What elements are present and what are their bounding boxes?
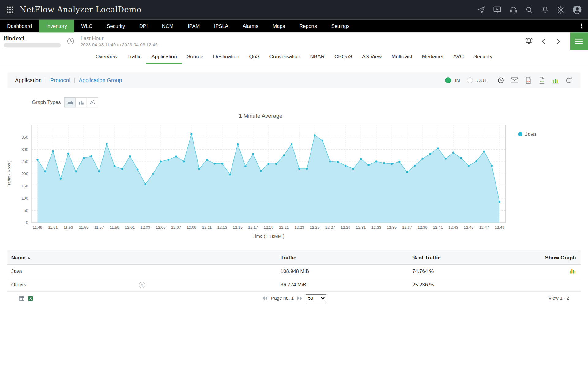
export-pdf-icon[interactable]: PDF <box>524 76 533 85</box>
svg-text:100: 100 <box>21 196 28 201</box>
svg-text:12:21: 12:21 <box>279 225 289 230</box>
view-protocol[interactable]: Protocol <box>50 77 70 83</box>
table-row: Java 108.948 MiB 74.764 % <box>7 265 580 278</box>
nav-item-ncm[interactable]: NCM <box>155 20 181 33</box>
first-page-icon[interactable] <box>262 296 268 301</box>
chart-legend[interactable]: Java <box>517 131 536 242</box>
table-header-row: Name Traffic % of Traffic Show Graph <box>7 251 580 265</box>
user-avatar[interactable] <box>572 5 582 15</box>
view-application[interactable]: Application <box>15 77 42 83</box>
svg-text:12:37: 12:37 <box>402 225 412 230</box>
svg-text:11:57: 11:57 <box>94 225 104 230</box>
svg-text:50: 50 <box>24 208 28 213</box>
chart-view-icon[interactable] <box>551 76 560 85</box>
row-pct: 25.236 % <box>409 282 529 288</box>
tab-nbar[interactable]: NBAR <box>305 50 330 64</box>
tab-avc[interactable]: AVC <box>448 50 469 64</box>
tab-conversation[interactable]: Conversation <box>265 50 305 64</box>
show-graph-icon[interactable] <box>569 267 576 275</box>
interface-title: IfIndex1 <box>4 35 61 41</box>
tab-multicast[interactable]: Multicast <box>386 50 417 64</box>
svg-text:150: 150 <box>21 184 28 188</box>
svg-text:12:13: 12:13 <box>217 225 227 230</box>
interface-subtitle-redacted <box>4 43 61 47</box>
interface-alerts-icon[interactable] <box>523 36 535 46</box>
svg-text:11:59: 11:59 <box>110 225 119 230</box>
report-tabs: Overview Traffic Application Source Dest… <box>0 50 588 64</box>
app-title: NetFlow Analyzer LocalDemo <box>20 5 141 14</box>
others-help-icon[interactable]: ? <box>139 282 145 288</box>
time-range-detail: 2023-04-03 11:49 to 2023-04-03 12:49 <box>81 42 157 47</box>
next-page-icon[interactable] <box>297 296 303 301</box>
panel-menu-button[interactable] <box>570 32 588 50</box>
view-application-group[interactable]: Application Group <box>79 77 122 83</box>
nav-item-wlc[interactable]: WLC <box>74 20 100 33</box>
nav-item-dashboard[interactable]: Dashboard <box>0 20 39 33</box>
page-size-select[interactable]: 50 <box>306 294 326 302</box>
header-pct-traffic[interactable]: % of Traffic <box>409 255 529 261</box>
row-name[interactable]: Java <box>7 269 277 274</box>
tab-overview[interactable]: Overview <box>91 50 122 64</box>
apps-grid-icon[interactable] <box>6 6 14 14</box>
row-traffic: 36.774 MiB <box>277 282 409 288</box>
tab-destination[interactable]: Destination <box>208 50 244 64</box>
svg-text:12:11: 12:11 <box>202 225 212 230</box>
refresh-icon[interactable] <box>565 76 573 85</box>
nav-item-reports[interactable]: Reports <box>292 20 324 33</box>
getting-started-icon[interactable] <box>477 6 486 14</box>
notifications-bell-icon[interactable] <box>541 6 549 14</box>
export-excel-icon[interactable]: X <box>28 295 33 301</box>
nav-item-settings[interactable]: Settings <box>324 20 356 33</box>
screen-demo-icon[interactable] <box>493 5 502 14</box>
graph-type-scatter-button[interactable] <box>87 97 98 107</box>
tab-source[interactable]: Source <box>182 50 208 64</box>
table-footer: X Page no. 1 50 View 1 - 2 <box>15 292 573 305</box>
direction-in-label: IN <box>455 77 460 83</box>
svg-text:12:31: 12:31 <box>356 225 366 230</box>
nav-item-inventory[interactable]: Inventory <box>39 20 74 33</box>
time-period-clock-icon[interactable] <box>65 37 76 45</box>
direction-in-radio[interactable] <box>445 77 451 83</box>
tab-medianet[interactable]: Medianet <box>417 50 448 64</box>
svg-text:12:41: 12:41 <box>433 225 443 230</box>
settings-gear-icon[interactable] <box>556 6 565 14</box>
svg-text:12:09: 12:09 <box>187 225 196 230</box>
tab-application[interactable]: Application <box>146 50 182 64</box>
svg-text:12:05: 12:05 <box>156 225 166 230</box>
app: NetFlow Analyzer LocalDemo Dashboard Inv… <box>0 0 588 368</box>
next-interface-chevron-icon[interactable] <box>553 37 563 45</box>
support-headset-icon[interactable] <box>509 5 518 14</box>
legend-dot <box>518 132 522 136</box>
nav-item-dpi[interactable]: DPI <box>132 20 155 33</box>
header-traffic[interactable]: Traffic <box>277 255 409 261</box>
search-icon[interactable] <box>525 6 533 14</box>
schedule-report-icon[interactable] <box>496 76 505 85</box>
table-view-icon[interactable] <box>19 295 24 301</box>
tab-qos[interactable]: QoS <box>244 50 265 64</box>
tab-as-view[interactable]: AS View <box>357 50 386 64</box>
time-range-label[interactable]: Last Hour <box>81 35 157 41</box>
export-csv-icon[interactable]: CSV <box>538 76 546 85</box>
nav-item-maps[interactable]: Maps <box>266 20 292 33</box>
svg-text:11:51: 11:51 <box>48 225 58 230</box>
nav-item-alarms[interactable]: Alarms <box>236 20 266 33</box>
header-name[interactable]: Name <box>7 255 277 261</box>
email-report-icon[interactable] <box>510 76 519 85</box>
row-name[interactable]: Others? <box>7 282 277 288</box>
nav-item-ipsla[interactable]: IPSLA <box>207 20 235 33</box>
nav-item-ipam[interactable]: IPAM <box>181 20 207 33</box>
svg-text:12:01: 12:01 <box>125 225 135 230</box>
graph-type-area-button[interactable] <box>64 97 76 107</box>
direction-out-radio[interactable] <box>467 77 473 83</box>
tab-security[interactable]: Security <box>469 50 497 64</box>
tab-traffic[interactable]: Traffic <box>123 50 147 64</box>
legend-label: Java <box>525 131 536 137</box>
view-range-label: View 1 - 2 <box>548 296 569 301</box>
tab-cbqos[interactable]: CBQoS <box>330 50 357 64</box>
nav-overflow-icon[interactable] <box>575 20 588 33</box>
graph-type-bar-button[interactable] <box>75 97 87 107</box>
prev-interface-chevron-icon[interactable] <box>538 37 549 45</box>
row-pct: 74.764 % <box>409 269 529 274</box>
svg-text:12:39: 12:39 <box>418 225 428 230</box>
nav-item-security[interactable]: Security <box>100 20 132 33</box>
